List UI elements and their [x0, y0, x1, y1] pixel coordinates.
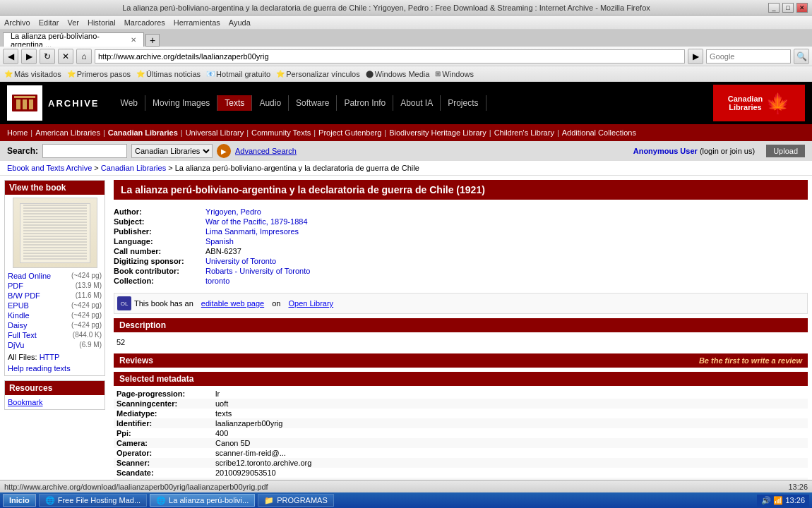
active-tab[interactable]: La alianza perú-boliviano-argentina ... …: [3, 32, 144, 47]
bwpdf-link[interactable]: B/W PDF: [8, 291, 40, 300]
browser-search-input[interactable]: [706, 49, 791, 64]
nav-about-ia[interactable]: About IA: [393, 95, 441, 111]
nav-web[interactable]: Web: [114, 95, 145, 111]
back-button[interactable]: ◀: [3, 49, 18, 64]
home-button[interactable]: ⌂: [76, 49, 92, 64]
view-book-section: View the book: [4, 180, 105, 376]
browser-title: La alianza perú-boliviano-argentina y la…: [4, 4, 768, 12]
daisy-link[interactable]: Daisy: [8, 321, 28, 329]
svg-rect-4: [29, 99, 33, 109]
main-layout: View the book: [0, 176, 812, 508]
publisher-link[interactable]: Lima Sanmarti, Impresores: [205, 227, 299, 236]
minimize-button[interactable]: _: [768, 3, 780, 13]
nav-community-texts[interactable]: Community Texts: [251, 128, 311, 137]
search-input[interactable]: [42, 144, 127, 158]
search-button[interactable]: ▶: [217, 144, 231, 158]
nav-canadian-libraries[interactable]: Canadian Libraries: [108, 128, 178, 137]
metadata-value: texts: [213, 409, 808, 418]
contributor-link[interactable]: Robarts - University of Toronto: [205, 267, 310, 275]
taskbar-icon-1: 🌐: [156, 496, 166, 505]
nav-software[interactable]: Software: [289, 95, 337, 111]
menu-ayuda[interactable]: Ayuda: [229, 18, 251, 27]
browser-search-button[interactable]: 🔍: [794, 49, 809, 64]
read-online-size: (~424 pg): [71, 272, 102, 280]
nav-audio[interactable]: Audio: [252, 95, 289, 111]
taskbar-right: 🔊 📶 13:26: [757, 495, 809, 507]
epub-size: (~424 pg): [71, 301, 102, 310]
address-bar[interactable]: [95, 49, 685, 64]
menu-marcadores[interactable]: Marcadores: [124, 18, 165, 27]
star-icon-4: ⭐: [276, 70, 285, 78]
nav-home[interactable]: Home: [7, 128, 28, 137]
nav-project-gutenberg[interactable]: Project Gutenberg: [318, 128, 381, 137]
upload-button[interactable]: Upload: [766, 145, 805, 157]
new-tab-button[interactable]: +: [145, 34, 160, 47]
nav-texts[interactable]: Texts: [217, 95, 252, 111]
bookmark-hotmail[interactable]: 📧 Hotmail gratuito: [206, 70, 270, 78]
kindle-link[interactable]: Kindle: [8, 311, 30, 320]
nav-additional-collections[interactable]: Additional Collections: [562, 128, 636, 137]
maximize-button[interactable]: □: [782, 3, 794, 13]
breadcrumb-ebook[interactable]: Ebook and Texts Archive: [7, 164, 92, 172]
bookmark-windows-media[interactable]: ⬤ Windows Media: [366, 70, 430, 78]
menu-historial[interactable]: Historial: [88, 18, 116, 27]
collection-link[interactable]: toronto: [205, 277, 229, 285]
taskbar-item-2[interactable]: 📁 PROGRAMAS: [258, 494, 334, 507]
subject-link[interactable]: War of the Pacific, 1879-1884: [205, 217, 308, 226]
pdf-link[interactable]: PDF: [8, 282, 23, 290]
menu-ver[interactable]: Ver: [67, 18, 79, 27]
forward-button[interactable]: ▶: [21, 49, 37, 64]
metadata-row: Identifier:laalianzaperb00yrig: [114, 418, 808, 428]
advanced-search-link[interactable]: Advanced Search: [235, 147, 297, 155]
canada-label: CanadianLibraries: [728, 95, 763, 111]
nav-universal-library[interactable]: Universal Library: [186, 128, 244, 137]
bookmark-link[interactable]: Bookmark: [8, 398, 43, 406]
taskbar-item-0[interactable]: 🌐 Free File Hosting Mad...: [39, 494, 147, 507]
nav-american-libraries[interactable]: American Libraries: [35, 128, 100, 137]
resources-title: Resources: [5, 381, 105, 395]
status-right: 13:26: [788, 483, 808, 491]
fulltext-link[interactable]: Full Text: [8, 331, 37, 339]
user-link[interactable]: Anonymous User: [633, 147, 698, 155]
bookmark-windows[interactable]: ⊞ Windows: [435, 70, 474, 78]
collection-dropdown[interactable]: Canadian Libraries: [131, 144, 213, 158]
nav-projects[interactable]: Projects: [441, 95, 486, 111]
metadata-value: 400: [213, 428, 808, 438]
epub-link[interactable]: EPUB: [8, 301, 29, 310]
write-review-link[interactable]: Be the first to write a review: [699, 356, 802, 365]
content-area: La alianza perú-boliviano-argentina y la…: [109, 176, 812, 508]
close-button[interactable]: ✕: [796, 3, 808, 13]
go-button[interactable]: ▶: [688, 49, 703, 64]
author-link[interactable]: Yrigoyen, Pedro: [205, 207, 261, 216]
tab-close-icon[interactable]: ✕: [131, 36, 136, 44]
taskbar-item-1[interactable]: 🌐 La alianza perú-bolivi...: [150, 494, 255, 507]
start-button[interactable]: Inicio: [3, 494, 36, 507]
help-reading-link[interactable]: Help reading texts: [8, 364, 71, 373]
metadata-key: Identifier:: [114, 418, 213, 428]
book-thumbnail[interactable]: [13, 198, 97, 268]
menu-herramientas[interactable]: Herramientas: [174, 18, 220, 27]
nav-childrens-library[interactable]: Children's Library: [494, 128, 554, 137]
open-library-link[interactable]: Open Library: [289, 299, 334, 308]
meta-author-row: Author: Yrigoyen, Pedro: [114, 207, 808, 217]
bookmark-mas-visitados[interactable]: ⭐ Más visitados: [4, 70, 61, 78]
menu-editar[interactable]: Editar: [39, 18, 59, 27]
nav-biodiversity[interactable]: Biodiversity Heritage Library: [389, 128, 486, 137]
all-files-http-link[interactable]: HTTP: [40, 353, 60, 361]
djvu-link[interactable]: DjVu: [8, 341, 24, 349]
digitizing-link[interactable]: University of Toronto: [205, 257, 276, 265]
bookmark-personalizar[interactable]: ⭐ Personalizar vínculos: [276, 70, 360, 78]
reload-button[interactable]: ↻: [40, 49, 55, 64]
menu-archivo[interactable]: Archivo: [4, 18, 30, 27]
bookmark-ultimas-noticias[interactable]: ⭐ Últimas noticias: [136, 70, 201, 78]
read-online-link[interactable]: Read Online: [8, 272, 51, 280]
editable-web-link[interactable]: editable web page: [201, 299, 264, 308]
bookmark-primeros-pasos[interactable]: ⭐ Primeros pasos: [67, 70, 131, 78]
window-controls[interactable]: _ □ ✕: [768, 3, 808, 13]
nav-patron-info[interactable]: Patron Info: [337, 95, 393, 111]
stop-button[interactable]: ✕: [58, 49, 73, 64]
breadcrumb-canadian[interactable]: Canadian Libraries: [101, 164, 166, 172]
language-link[interactable]: Spanish: [205, 237, 234, 246]
nav-moving-images[interactable]: Moving Images: [145, 95, 217, 111]
ia-logo[interactable]: [7, 85, 42, 121]
